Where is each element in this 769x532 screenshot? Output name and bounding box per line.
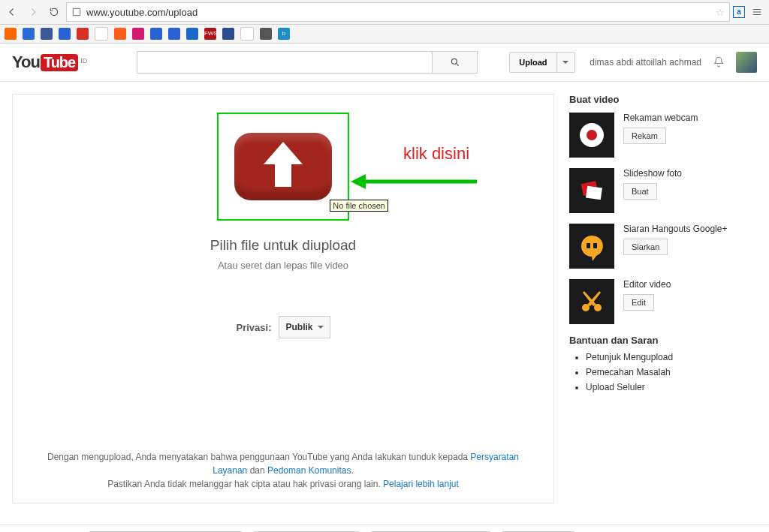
avatar[interactable]: [736, 52, 757, 73]
bookmark-icon[interactable]: [77, 28, 89, 40]
bookmark-star-icon[interactable]: ☆: [716, 7, 725, 18]
slideshow-icon: [569, 168, 614, 213]
upload-subtitle: Atau seret dan lepas file video: [218, 260, 348, 271]
menu-icon[interactable]: [748, 3, 766, 21]
bookmark-icon[interactable]: b: [278, 28, 290, 40]
bookmark-icon[interactable]: [260, 28, 272, 40]
reload-button[interactable]: [45, 3, 63, 21]
annotation-label: klik disini: [355, 144, 426, 164]
bookmark-icon[interactable]: [240, 27, 254, 41]
bookmark-icon[interactable]: [59, 28, 71, 40]
upload-title: Pilih file untuk diupload: [210, 237, 356, 254]
svg-rect-9: [593, 243, 597, 248]
upload-button[interactable]: Upload: [509, 52, 556, 73]
sidebar-item-editor: Editor video Edit: [569, 279, 757, 324]
bookmark-icon[interactable]: [95, 27, 108, 41]
learn-more-link[interactable]: Pelajari lebih lanjut: [383, 479, 459, 489]
create-button[interactable]: Buat: [623, 183, 657, 200]
privacy-label: Privasi:: [237, 322, 272, 333]
bell-icon[interactable]: [712, 56, 725, 69]
annotation-arrow-icon: [351, 173, 478, 191]
broadcast-button[interactable]: Siarkan: [623, 239, 668, 255]
logo-tube: Tube: [41, 54, 78, 71]
privacy-row: Privasi: Publik: [237, 316, 330, 338]
record-button[interactable]: Rekam: [623, 128, 666, 144]
search-input[interactable]: [137, 51, 433, 74]
bookmark-icon[interactable]: FWS: [204, 28, 216, 40]
page-content: You Tube ID Upload dimas abdi attoillah …: [0, 44, 769, 532]
bookmark-icon[interactable]: [41, 28, 53, 40]
logo-you: You: [12, 53, 40, 72]
search-button[interactable]: [433, 51, 478, 74]
bookmark-icon[interactable]: [168, 28, 180, 40]
privacy-value: Publik: [285, 322, 312, 332]
svg-rect-8: [587, 243, 590, 248]
browser-nav-bar: www.youtube.com/upload ☆ a: [0, 0, 769, 25]
community-guidelines-link[interactable]: Pedoman Komunitas: [267, 465, 351, 476]
svg-rect-7: [586, 186, 602, 200]
upload-dropdown-button[interactable]: [557, 52, 575, 73]
sidebar-help-heading: Bantuan dan Saran: [569, 335, 757, 346]
user-area: dimas abdi attoillah achmad: [590, 52, 757, 73]
sidebar: Buat video Rekaman webcam Rekam Slidesho…: [569, 94, 757, 503]
sidebar-create-heading: Buat video: [569, 94, 757, 105]
sidebar-item-label: Siaran Hangouts Google+: [623, 224, 757, 234]
upload-button-group: Upload: [509, 52, 574, 73]
upload-file-target[interactable]: No file chosen: [217, 113, 349, 221]
help-list: Petunjuk Mengupload Pemecahan Masalah Up…: [569, 352, 757, 392]
back-button[interactable]: [3, 3, 21, 21]
sidebar-item-hangouts: Siaran Hangouts Google+ Siarkan: [569, 224, 757, 269]
svg-point-5: [587, 130, 597, 140]
svg-rect-0: [73, 8, 80, 15]
bookmark-icon[interactable]: [222, 28, 234, 40]
upload-panel: No file chosen klik disini Pilih file un…: [12, 94, 554, 503]
sidebar-item-webcam: Rekaman webcam Rekam: [569, 113, 757, 158]
bookmark-icon[interactable]: [5, 28, 17, 40]
logo-region: ID: [80, 57, 87, 65]
privacy-select[interactable]: Publik: [279, 316, 330, 338]
webcam-icon: [569, 113, 614, 158]
bookmark-icon[interactable]: [23, 28, 35, 40]
bookmark-icon[interactable]: [132, 28, 144, 40]
address-bar[interactable]: www.youtube.com/upload ☆: [66, 2, 730, 22]
file-input-tooltip: No file chosen: [330, 200, 388, 212]
scissors-icon: [569, 279, 614, 324]
search-wrap: [137, 51, 478, 74]
terms-text: Dengan mengupload, Anda menyatakan bahwa…: [13, 443, 553, 503]
forward-button[interactable]: [24, 3, 42, 21]
svg-point-1: [451, 59, 457, 64]
chevron-down-icon: [318, 326, 324, 329]
sidebar-item-label: Slideshow foto: [623, 168, 757, 179]
bookmark-icon[interactable]: [114, 28, 126, 40]
bookmark-icon[interactable]: [150, 28, 162, 40]
svg-marker-3: [351, 174, 366, 189]
sidebar-item-label: Rekaman webcam: [623, 113, 757, 123]
extension-a-icon[interactable]: a: [733, 6, 745, 18]
hangouts-icon: [569, 224, 614, 269]
upload-icon: [234, 133, 332, 200]
help-list-item[interactable]: Upload Seluler: [586, 382, 757, 392]
bookmark-bar: FWS b: [0, 25, 769, 44]
sidebar-item-label: Editor video: [623, 279, 757, 290]
search-icon: [450, 57, 460, 68]
youtube-logo[interactable]: You Tube ID: [12, 53, 87, 72]
bookmark-icon[interactable]: [186, 28, 198, 40]
help-list-item[interactable]: Petunjuk Mengupload: [586, 352, 757, 362]
username[interactable]: dimas abdi attoillah achmad: [590, 57, 701, 68]
sidebar-item-slideshow: Slideshow foto Buat: [569, 168, 757, 213]
chevron-down-icon: [562, 61, 568, 64]
edit-button[interactable]: Edit: [623, 294, 654, 311]
url-text: www.youtube.com/upload: [86, 7, 198, 18]
site-header: You Tube ID Upload dimas abdi attoillah …: [0, 44, 769, 82]
help-list-item[interactable]: Pemecahan Masalah: [586, 367, 757, 377]
site-footer: You Tube Bahasa: Bahasa Indonesia Negara…: [0, 524, 769, 532]
